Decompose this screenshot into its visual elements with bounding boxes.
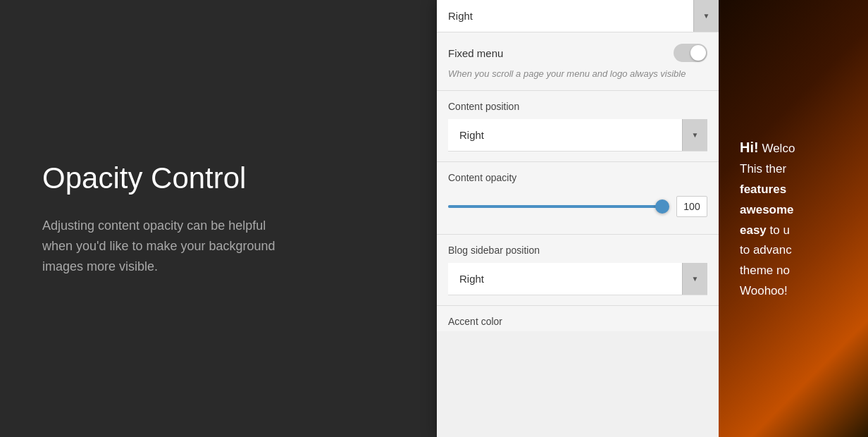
right-panel-content: WelcoThis therfeaturesawesomeeasy to uto… xyxy=(740,142,795,297)
fixed-menu-header: Fixed menu xyxy=(448,44,707,62)
blog-sidebar-title: Blog sidebar position xyxy=(437,235,719,263)
opacity-value-display: 100 xyxy=(676,196,707,217)
blog-sidebar-section: Blog sidebar position Right Left None xyxy=(437,235,719,306)
top-dropdown-wrapper: Right Left Center xyxy=(437,0,719,32)
toggle-knob xyxy=(690,45,706,61)
content-position-select[interactable]: Right Left Center xyxy=(448,119,707,151)
page-title: Opacity Control xyxy=(42,161,395,196)
blog-sidebar-dropdown-wrapper: Right Left None xyxy=(448,263,707,295)
accent-color-label: Accent color xyxy=(437,306,719,331)
opacity-slider-row: 100 xyxy=(437,190,719,223)
fixed-menu-description: When you scroll a page your menu and log… xyxy=(448,68,707,80)
features-bold: features xyxy=(740,183,786,196)
blog-sidebar-select[interactable]: Right Left None xyxy=(448,263,707,295)
top-dropdown-select[interactable]: Right Left Center xyxy=(437,0,719,32)
right-panel: Hi! WelcoThis therfeaturesawesomeeasy to… xyxy=(719,0,868,437)
fixed-menu-section: Fixed menu When you scroll a page your m… xyxy=(437,32,719,91)
opacity-slider-fill xyxy=(448,205,668,208)
left-panel: Opacity Control Adjusting content opacit… xyxy=(0,0,437,437)
awesome-bold: awesome xyxy=(740,203,794,216)
accent-color-section: Accent color xyxy=(437,306,719,331)
right-hi-label: Hi! xyxy=(740,140,759,155)
content-position-section: Content position Right Left Center xyxy=(437,91,719,162)
page-description: Adjusting content opacity can be helpful… xyxy=(42,216,296,276)
settings-scroll-area[interactable]: Right Left Center Fixed menu When you sc… xyxy=(437,0,719,437)
content-opacity-title: Content opacity xyxy=(437,162,719,190)
opacity-slider-thumb[interactable] xyxy=(655,199,669,214)
fixed-menu-toggle[interactable] xyxy=(674,44,707,62)
content-position-title: Content position xyxy=(437,91,719,119)
content-position-dropdown-wrapper: Right Left Center xyxy=(448,119,707,152)
settings-panel: Right Left Center Fixed menu When you sc… xyxy=(437,0,719,437)
opacity-slider-track xyxy=(448,205,668,208)
content-opacity-section: Content opacity 100 xyxy=(437,162,719,235)
easy-bold: easy xyxy=(740,223,767,237)
fixed-menu-label: Fixed menu xyxy=(448,47,503,59)
right-panel-text: Hi! WelcoThis therfeaturesawesomeeasy to… xyxy=(719,114,816,323)
